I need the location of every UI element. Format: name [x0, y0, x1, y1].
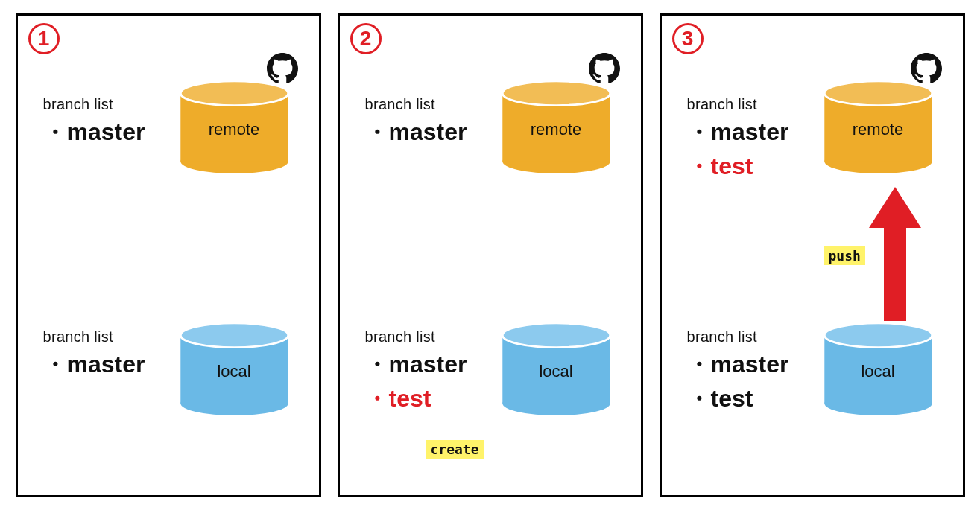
remote-repo-cylinder: remote	[177, 79, 292, 176]
remote-repo-cylinder: remote	[821, 79, 936, 176]
step-number-badge: 3	[672, 23, 704, 54]
branch-list-title: branch list	[365, 328, 467, 345]
svg-marker-18	[869, 187, 921, 321]
svg-point-11	[502, 323, 610, 348]
local-repo-cylinder: local	[821, 321, 936, 418]
step-number-badge: 1	[28, 23, 60, 54]
local-repo-cylinder: local	[177, 321, 292, 418]
branch-item-master: ・master	[43, 347, 145, 381]
svg-point-2	[180, 81, 288, 106]
panel-step-1: 1 remote local branch list ・	[16, 13, 321, 497]
local-branch-list: branch list ・master	[43, 328, 145, 381]
local-label: local	[177, 362, 292, 381]
local-label: local	[499, 362, 614, 381]
branch-list-title: branch list	[43, 96, 145, 113]
remote-branch-list: branch list ・master	[365, 96, 467, 149]
branch-item-master: ・master	[43, 115, 145, 149]
remote-branch-list: branch list ・master	[43, 96, 145, 149]
branch-item-master: ・master	[687, 347, 789, 381]
remote-label: remote	[499, 120, 614, 139]
remote-label: remote	[821, 120, 936, 139]
branch-item-test-new: ・test	[365, 381, 467, 415]
local-label: local	[821, 362, 936, 381]
push-tag: push	[824, 246, 865, 265]
diagram-canvas: 1 remote local branch list ・	[13, 13, 967, 497]
branch-item-master: ・master	[365, 347, 467, 381]
step-number-badge: 2	[350, 23, 382, 54]
branch-list-title: branch list	[365, 96, 467, 113]
branch-list-title: branch list	[687, 328, 789, 345]
local-branch-list: branch list ・master ・test	[687, 328, 789, 416]
branch-list-title: branch list	[687, 96, 789, 113]
panel-step-3: 3 remote local push branch	[660, 13, 965, 497]
branch-item-master: ・master	[365, 115, 467, 149]
branch-item-master: ・master	[687, 115, 789, 149]
create-tag: create	[426, 440, 484, 459]
local-repo-cylinder: local	[499, 321, 614, 418]
svg-point-14	[824, 81, 932, 106]
branch-item-test: ・test	[687, 381, 789, 415]
svg-point-5	[180, 323, 288, 348]
remote-branch-list: branch list ・master ・test	[687, 96, 789, 184]
panel-step-2: 2 remote local branch list ・master	[338, 13, 643, 497]
push-arrow-icon	[869, 187, 921, 328]
branch-item-test-new: ・test	[687, 149, 789, 183]
svg-point-8	[502, 81, 610, 106]
remote-label: remote	[177, 120, 292, 139]
branch-list-title: branch list	[43, 328, 145, 345]
remote-repo-cylinder: remote	[499, 79, 614, 176]
local-branch-list: branch list ・master ・test	[365, 328, 467, 416]
